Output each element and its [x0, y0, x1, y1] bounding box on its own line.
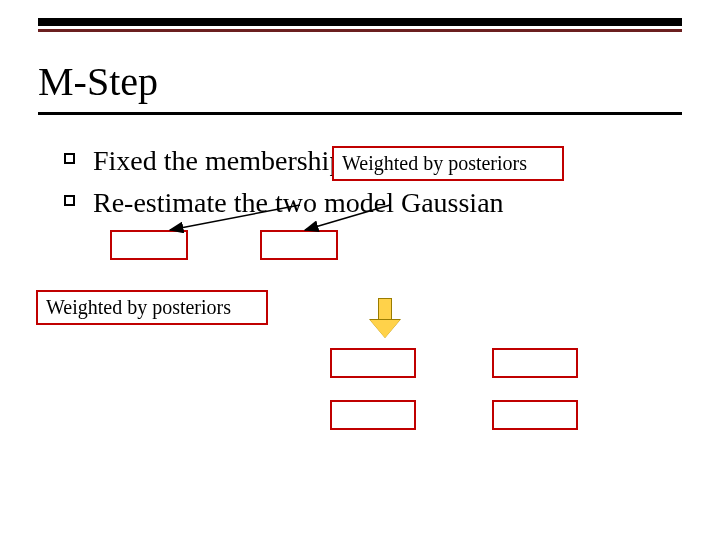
bullet-marker-icon: [64, 153, 75, 164]
slide-title: M-Step: [38, 58, 158, 105]
title-underline: [38, 112, 682, 115]
redbox: [330, 400, 416, 430]
redbox: [492, 348, 578, 378]
redbox: [110, 230, 188, 260]
redbox: [330, 348, 416, 378]
top-rule-thick: [38, 18, 682, 26]
bullet-text: Re-estimate the two model Gaussian: [93, 184, 664, 222]
list-item: Re-estimate the two model Gaussian: [64, 184, 664, 222]
redbox: [492, 400, 578, 430]
callout-weighted-left: Weighted by posteriors: [36, 290, 268, 325]
redbox: [260, 230, 338, 260]
top-rule: [38, 18, 682, 32]
bullet-marker-icon: [64, 195, 75, 206]
slide: M-Step Fixed the membership Re-estimate …: [0, 0, 720, 540]
top-rule-thin: [38, 29, 682, 32]
callout-weighted-top: Weighted by posteriors: [332, 146, 564, 181]
